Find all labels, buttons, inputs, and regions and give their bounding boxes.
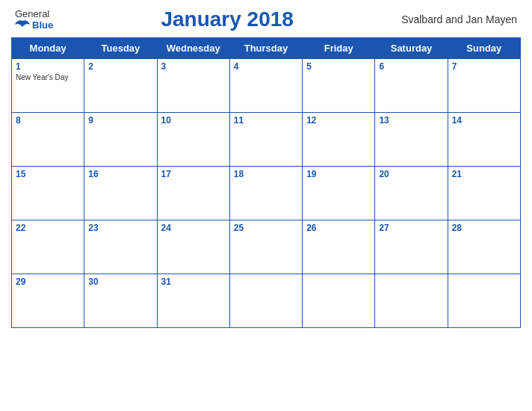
day-number: 18 — [234, 169, 298, 179]
calendar-week-row: 293031 — [12, 274, 521, 328]
header-sunday: Sunday — [448, 38, 520, 59]
day-number: 8 — [16, 115, 80, 126]
holiday-label: New Year's Day — [16, 73, 80, 81]
calendar-day-cell — [375, 274, 448, 328]
day-number: 3 — [161, 61, 226, 72]
calendar-day-cell: 5 — [303, 59, 375, 113]
calendar-day-cell: 20 — [375, 167, 448, 220]
calendar-week-row: 15161718192021 — [12, 167, 521, 220]
calendar-day-cell: 19 — [303, 167, 375, 220]
day-number: 13 — [379, 115, 443, 126]
calendar-day-cell: 10 — [157, 113, 229, 167]
day-number: 11 — [234, 115, 298, 126]
calendar-day-cell: 18 — [229, 167, 302, 220]
calendar-day-cell: 21 — [448, 167, 520, 220]
day-number: 30 — [88, 276, 152, 287]
header-friday: Friday — [303, 38, 375, 59]
logo: General Blue — [15, 8, 53, 31]
header-wednesday: Wednesday — [157, 38, 229, 59]
calendar-header: General Blue January 2018 Svalbard and J… — [11, 7, 521, 31]
day-number: 17 — [161, 169, 226, 179]
calendar-week-row: 1New Year's Day234567 — [12, 59, 521, 113]
calendar-day-cell: 30 — [84, 274, 157, 328]
day-number: 28 — [452, 223, 516, 233]
calendar-wrapper: General Blue January 2018 Svalbard and J… — [0, 0, 532, 411]
calendar-day-cell: 26 — [303, 220, 375, 274]
calendar-day-cell: 1New Year's Day — [12, 59, 84, 113]
day-number: 29 — [16, 276, 80, 287]
day-number: 19 — [306, 169, 371, 179]
region-title: Svalbard and Jan Mayen — [401, 13, 517, 25]
calendar-week-row: 891011121314 — [12, 113, 521, 167]
header-monday: Monday — [12, 38, 84, 59]
calendar-day-cell: 8 — [12, 113, 84, 167]
calendar-day-cell: 6 — [375, 59, 448, 113]
calendar-day-cell: 11 — [229, 113, 302, 167]
calendar-day-cell: 22 — [12, 220, 84, 274]
calendar-day-cell: 31 — [157, 274, 229, 328]
day-number: 16 — [88, 169, 152, 179]
day-number: 1 — [16, 61, 80, 72]
day-number: 24 — [161, 223, 226, 233]
calendar-day-cell: 16 — [84, 167, 157, 220]
calendar-day-cell: 24 — [157, 220, 229, 274]
calendar-day-cell: 23 — [84, 220, 157, 274]
calendar-day-cell — [448, 274, 520, 328]
day-number: 2 — [88, 61, 152, 72]
day-number: 12 — [306, 115, 371, 126]
day-number: 9 — [88, 115, 152, 126]
day-number: 20 — [379, 169, 443, 179]
calendar-week-row: 22232425262728 — [12, 220, 521, 274]
title-section: January 2018 — [53, 7, 401, 31]
day-number: 23 — [88, 223, 152, 233]
calendar-day-cell: 7 — [448, 59, 520, 113]
header-tuesday: Tuesday — [84, 38, 157, 59]
day-number: 5 — [306, 61, 371, 72]
day-number: 25 — [234, 223, 298, 233]
calendar-day-cell: 17 — [157, 167, 229, 220]
calendar-day-cell: 4 — [229, 59, 302, 113]
calendar-day-cell: 15 — [12, 167, 84, 220]
calendar-title: January 2018 — [161, 7, 293, 31]
day-number: 21 — [452, 169, 516, 179]
header-thursday: Thursday — [229, 38, 302, 59]
day-number: 22 — [16, 223, 80, 233]
calendar-day-cell: 28 — [448, 220, 520, 274]
calendar-table: Monday Tuesday Wednesday Thursday Friday… — [11, 37, 521, 328]
day-number: 27 — [379, 223, 443, 233]
calendar-day-cell: 3 — [157, 59, 229, 113]
weekday-header-row: Monday Tuesday Wednesday Thursday Friday… — [12, 38, 521, 59]
calendar-day-cell: 2 — [84, 59, 157, 113]
calendar-day-cell — [229, 274, 302, 328]
day-number: 10 — [161, 115, 226, 126]
calendar-day-cell: 14 — [448, 113, 520, 167]
day-number: 26 — [306, 223, 371, 233]
day-number: 14 — [452, 115, 516, 126]
calendar-body: 1New Year's Day2345678910111213141516171… — [12, 59, 521, 328]
logo-bird-icon — [15, 19, 30, 31]
calendar-day-cell — [303, 274, 375, 328]
header-saturday: Saturday — [375, 38, 448, 59]
logo-blue-text: Blue — [15, 19, 53, 31]
day-number: 15 — [16, 169, 80, 179]
logo-general-text: General — [15, 8, 49, 19]
day-number: 4 — [234, 61, 298, 72]
calendar-day-cell: 25 — [229, 220, 302, 274]
calendar-day-cell: 29 — [12, 274, 84, 328]
day-number: 31 — [161, 276, 226, 287]
calendar-day-cell: 9 — [84, 113, 157, 167]
calendar-day-cell: 13 — [375, 113, 448, 167]
calendar-day-cell: 12 — [303, 113, 375, 167]
calendar-day-cell: 27 — [375, 220, 448, 274]
day-number: 7 — [452, 61, 516, 72]
day-number: 6 — [379, 61, 443, 72]
